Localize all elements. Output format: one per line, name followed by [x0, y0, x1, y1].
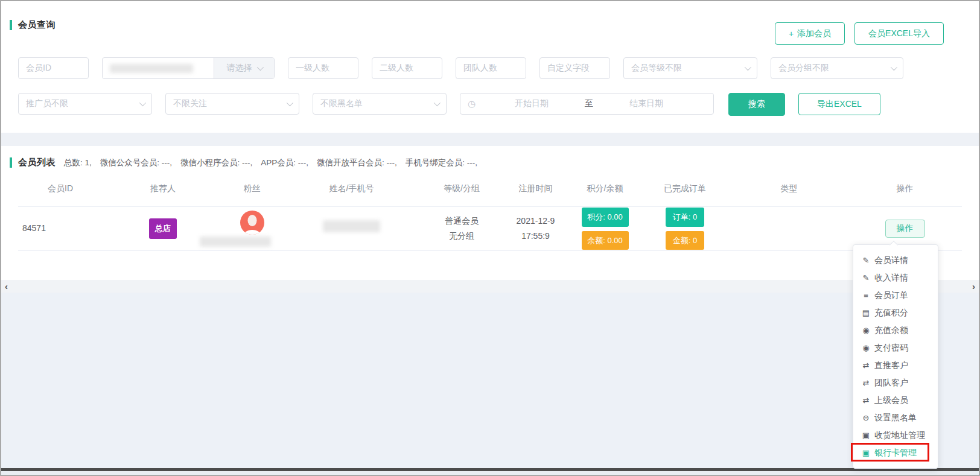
promoter-select[interactable]: 推广员不限 — [18, 93, 152, 115]
money-icon: ◉ — [861, 343, 871, 352]
edit-icon: ✎ — [861, 256, 871, 265]
column-header: 注册时间 — [501, 183, 570, 194]
stat-item: 微信开放平台会员: ---, — [317, 157, 397, 168]
list-icon: ≡ — [861, 291, 871, 300]
chevron-down-icon — [256, 64, 263, 71]
register-time-cell: 2021-12-9 17:55:9 — [501, 214, 570, 244]
scroll-right-icon[interactable]: › — [972, 281, 975, 291]
amount-badge: 金额: 0 — [666, 231, 704, 250]
points-balance-cell: 积分: 0.00 余额: 0.00 — [570, 208, 640, 250]
member-admin-page: 会员查询 + 添加会员 会员EXCEL导入 会员ID 请选择 — [0, 0, 980, 476]
row-action-button[interactable]: 操作 — [885, 220, 925, 238]
chevron-down-icon — [745, 64, 751, 71]
table-row: 84571 总店 普通会员 无分组 2021-12-9 17:55:9 积分: … — [18, 206, 962, 251]
balance-badge: 余额: 0.00 — [582, 231, 629, 250]
row-action-dropdown: ✎ 会员详情 ✎ 收入详情 ≡ 会员订单 ▤ 充值积分 ◉ 充值余额 — [853, 244, 938, 469]
register-time: 17:55:9 — [501, 229, 570, 244]
chevron-down-icon — [891, 64, 897, 71]
redacted-fan-name — [200, 236, 271, 247]
chevron-down-icon — [287, 100, 293, 106]
menu-item[interactable]: ✎ 收入详情 — [853, 269, 938, 287]
team-count-input[interactable]: 团队人数 — [456, 57, 526, 79]
member-group: 无分组 — [422, 229, 501, 244]
keyword-type-select[interactable]: 请选择 — [214, 58, 274, 78]
stat-item: APP会员: ---, — [261, 157, 308, 168]
fan-cell — [223, 211, 281, 247]
column-header: 会员ID — [18, 183, 103, 194]
menu-item[interactable]: ◉ 支付密码 — [853, 339, 938, 357]
member-level: 普通会员 — [422, 214, 501, 229]
date-range-separator: 至 — [571, 98, 607, 109]
menu-item[interactable]: ⇄ 直推客户 — [853, 357, 938, 374]
member-group-select[interactable]: 会员分组不限 — [771, 57, 903, 79]
member-excel-import-button[interactable]: 会员EXCEL导入 — [854, 22, 944, 45]
list-panel-header: 会员列表 总数: 1,微信公众号会员: ---,微信小程序会员: ---,APP… — [10, 157, 477, 168]
avatar — [240, 211, 264, 235]
query-panel-title: 会员查询 — [18, 19, 56, 31]
menu-item[interactable]: ◉ 充值余额 — [853, 322, 938, 339]
keyword-combo-input[interactable]: 请选择 — [102, 57, 275, 79]
action-cell: 操作 — [848, 220, 962, 238]
menu-item[interactable]: ⊖ 设置黑名单 — [853, 409, 938, 427]
scroll-left-icon[interactable]: ‹ — [5, 281, 8, 291]
swap-icon: ⇄ — [861, 396, 871, 405]
member-list-panel: 会员列表 总数: 1,微信公众号会员: ---,微信小程序会员: ---,APP… — [1, 146, 979, 280]
edit-icon: ✎ — [861, 273, 871, 282]
follow-select[interactable]: 不限关注 — [165, 93, 299, 115]
custom-field-input[interactable]: 自定义字段 — [539, 57, 610, 79]
column-header: 操作 — [848, 183, 962, 194]
card-icon: ▤ — [861, 308, 871, 317]
keyword-input[interactable] — [103, 58, 214, 78]
ban-icon: ⊖ — [861, 413, 871, 422]
level2-count-input[interactable]: 二级人数 — [372, 57, 442, 79]
column-header: 粉丝 — [223, 183, 281, 194]
name-phone-cell — [281, 220, 422, 237]
add-member-button[interactable]: + 添加会员 — [775, 22, 845, 45]
level-group-cell: 普通会员 无分组 — [422, 214, 501, 244]
list-panel-title: 会员列表 — [18, 157, 56, 168]
date-start-input[interactable]: 开始日期 — [492, 98, 571, 109]
horizontal-scrollbar[interactable]: ‹ › — [1, 280, 979, 293]
window-bottom-edge — [1, 471, 979, 475]
completed-orders-cell: 订单: 0 金额: 0 — [640, 208, 730, 250]
swap-icon: ⇄ — [861, 361, 871, 370]
swap-icon: ⇄ — [861, 378, 871, 387]
menu-item[interactable]: ✎ 会员详情 — [853, 252, 938, 269]
chevron-down-icon — [434, 100, 441, 106]
search-button[interactable]: 搜索 — [728, 93, 785, 116]
menu-item[interactable]: ≡ 会员订单 — [853, 287, 938, 304]
clock-icon: ◷ — [468, 98, 476, 109]
column-header: 类型 — [730, 183, 848, 194]
chevron-down-icon — [139, 100, 146, 106]
menu-item[interactable]: ▣ 收货地址管理 — [853, 427, 938, 444]
redacted-name-phone — [323, 220, 380, 232]
column-header: 姓名/手机号 — [281, 183, 422, 194]
filter-row-2: 推广员不限 不限关注 不限黑名单 ◷ 开始日期 至 结束日期 搜索 导出EXCE… — [18, 93, 880, 116]
date-end-input[interactable]: 结束日期 — [607, 98, 686, 109]
filter-row-1: 会员ID 请选择 一级人数 二级人数 团队人数 自定义字段 — [18, 57, 903, 79]
redacted-keyword-value — [110, 64, 193, 73]
truck-icon: ▣ — [861, 431, 871, 440]
menu-item[interactable]: ⇄ 团队客户 — [853, 374, 938, 392]
stat-item: 微信公众号会员: ---, — [100, 157, 172, 168]
member-stats: 总数: 1,微信公众号会员: ---,微信小程序会员: ---,APP会员: -… — [64, 157, 477, 168]
truck-icon: ▣ — [861, 448, 871, 457]
level1-count-input[interactable]: 一级人数 — [288, 57, 358, 79]
referrer-badge: 总店 — [149, 218, 177, 238]
accent-bar — [10, 157, 12, 168]
column-header: 等级/分组 — [422, 183, 501, 194]
member-id-input[interactable]: 会员ID — [18, 57, 89, 79]
blacklist-select[interactable]: 不限黑名单 — [313, 93, 447, 115]
accent-bar — [10, 20, 12, 30]
member-level-select[interactable]: 会员等级不限 — [623, 57, 757, 79]
menu-item[interactable]: ▣ 银行卡管理 — [853, 444, 938, 462]
register-date-range-picker[interactable]: ◷ 开始日期 至 结束日期 — [460, 93, 714, 115]
table-header-row: 会员ID推荐人粉丝姓名/手机号等级/分组注册时间积分/余额已完成订单类型操作 — [18, 181, 962, 197]
menu-item[interactable]: ⇄ 上级会员 — [853, 392, 938, 409]
referrer-cell: 总店 — [103, 218, 223, 238]
menu-item[interactable]: ▤ 充值积分 — [853, 304, 938, 322]
stat-item: 微信小程序会员: ---, — [180, 157, 252, 168]
column-header: 已完成订单 — [640, 183, 730, 194]
member-id-cell: 84571 — [18, 221, 103, 236]
export-excel-button[interactable]: 导出EXCEL — [798, 93, 880, 115]
